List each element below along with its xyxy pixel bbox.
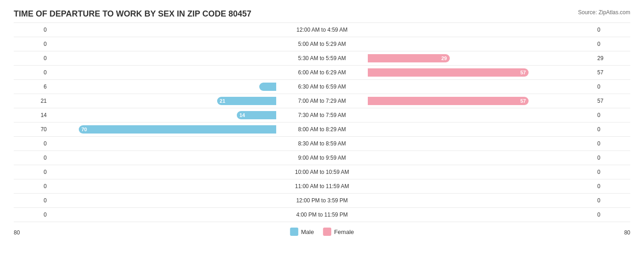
- female-value: 0: [594, 140, 630, 147]
- female-value: 29: [594, 55, 630, 61]
- female-bar-area: 29: [368, 54, 594, 62]
- axis-right-max: 80: [624, 229, 630, 236]
- chart-row: 010:00 AM to 10:59 AM0: [14, 165, 630, 179]
- male-bar-area: [50, 182, 276, 190]
- legend-male-color: [290, 228, 298, 236]
- chart-row: 012:00 AM to 4:59 AM0: [14, 22, 630, 37]
- female-bar: 57: [368, 68, 529, 77]
- male-bar-label: 70: [82, 127, 87, 132]
- legend-male: Male: [290, 228, 314, 236]
- time-range-label: 10:00 AM to 10:59 AM: [276, 169, 368, 175]
- male-value: 14: [14, 112, 50, 118]
- chart-row: 011:00 AM to 11:59 AM0: [14, 179, 630, 194]
- chart-container: TIME OF DEPARTURE TO WORK BY SEX IN ZIP …: [0, 0, 644, 273]
- male-bar-area: [50, 168, 276, 176]
- male-bar-area: [50, 139, 276, 148]
- male-value: 6: [14, 84, 50, 90]
- female-value: 0: [594, 155, 630, 161]
- male-bar: 21: [217, 97, 276, 105]
- male-value: 0: [14, 197, 50, 204]
- female-bar-label: 57: [520, 70, 526, 75]
- male-bar-label: 21: [220, 98, 225, 104]
- female-value: 57: [594, 69, 630, 76]
- female-value: 0: [594, 212, 630, 218]
- female-bar-area: [368, 168, 594, 176]
- male-bar-area: 70: [50, 125, 276, 134]
- female-value: 0: [594, 112, 630, 118]
- female-bar-area: [368, 83, 594, 91]
- chart-row: 08:30 AM to 8:59 AM0: [14, 137, 630, 151]
- female-bar-area: 57: [368, 97, 594, 105]
- female-bar-area: [368, 40, 594, 48]
- female-value: 0: [594, 41, 630, 47]
- female-bar-area: [368, 125, 594, 134]
- axis-left-max: 80: [14, 229, 20, 236]
- female-value: 0: [594, 126, 630, 133]
- legend-female-color: [323, 228, 331, 236]
- male-value: 21: [14, 98, 50, 104]
- male-value: 0: [14, 155, 50, 161]
- male-bar: 14: [237, 111, 276, 119]
- legend-male-label: Male: [301, 228, 314, 235]
- male-bar-area: [50, 154, 276, 162]
- male-value: 0: [14, 183, 50, 189]
- time-range-label: 12:00 PM to 3:59 PM: [276, 197, 368, 204]
- male-value: 0: [14, 27, 50, 33]
- time-range-label: 12:00 AM to 4:59 AM: [276, 27, 368, 33]
- female-bar-area: [368, 196, 594, 205]
- male-value: 0: [14, 69, 50, 76]
- male-value: 70: [14, 126, 50, 133]
- chart-row: 66:30 AM to 6:59 AM0: [14, 80, 630, 94]
- chart-title: TIME OF DEPARTURE TO WORK BY SEX IN ZIP …: [14, 9, 630, 19]
- male-value: 0: [14, 169, 50, 175]
- male-bar-label: 14: [240, 112, 245, 118]
- legend-female-label: Female: [334, 228, 354, 235]
- male-value: 0: [14, 140, 50, 147]
- time-range-label: 8:30 AM to 8:59 AM: [276, 140, 368, 147]
- time-range-label: 9:00 AM to 9:59 AM: [276, 155, 368, 161]
- male-bar-area: 14: [50, 111, 276, 119]
- female-bar-area: [368, 26, 594, 34]
- male-bar: [259, 83, 276, 91]
- time-range-label: 7:30 AM to 7:59 AM: [276, 112, 368, 118]
- female-bar-label: 57: [520, 98, 526, 104]
- female-value: 57: [594, 98, 630, 104]
- time-range-label: 4:00 PM to 11:59 PM: [276, 212, 368, 218]
- female-bar-area: 57: [368, 68, 594, 77]
- female-bar-area: [368, 139, 594, 148]
- female-bar-area: [368, 211, 594, 219]
- male-value: 0: [14, 41, 50, 47]
- female-bar-area: [368, 111, 594, 119]
- male-bar-area: [50, 54, 276, 62]
- male-value: 0: [14, 55, 50, 61]
- male-bar-area: [50, 40, 276, 48]
- time-range-label: 5:00 AM to 5:29 AM: [276, 41, 368, 47]
- chart-row: 09:00 AM to 9:59 AM0: [14, 151, 630, 165]
- chart-row: 70708:00 AM to 8:29 AM0: [14, 123, 630, 137]
- female-value: 0: [594, 197, 630, 204]
- time-range-label: 7:00 AM to 7:29 AM: [276, 98, 368, 104]
- legend-female: Female: [323, 228, 354, 236]
- chart-row: 21217:00 AM to 7:29 AM5757: [14, 94, 630, 108]
- female-bar: 57: [368, 97, 529, 105]
- legend: Male Female: [290, 228, 354, 236]
- time-range-label: 6:00 AM to 6:29 AM: [276, 69, 368, 76]
- time-range-label: 11:00 AM to 11:59 AM: [276, 183, 368, 189]
- male-bar-area: [50, 211, 276, 219]
- male-bar: 70: [79, 125, 276, 134]
- chart-row: 06:00 AM to 6:29 AM5757: [14, 66, 630, 80]
- chart-row: 05:00 AM to 5:29 AM0: [14, 37, 630, 51]
- male-bar-area: [50, 26, 276, 34]
- rows-container: 012:00 AM to 4:59 AM005:00 AM to 5:29 AM…: [14, 22, 630, 222]
- female-bar-area: [368, 182, 594, 190]
- female-value: 0: [594, 27, 630, 33]
- time-range-label: 5:30 AM to 5:59 AM: [276, 55, 368, 61]
- time-range-label: 6:30 AM to 6:59 AM: [276, 84, 368, 90]
- female-value: 0: [594, 183, 630, 189]
- chart-row: 04:00 PM to 11:59 PM0: [14, 208, 630, 222]
- female-bar-area: [368, 154, 594, 162]
- chart-row: 05:30 AM to 5:59 AM2929: [14, 51, 630, 66]
- female-value: 0: [594, 169, 630, 175]
- male-bar-area: [50, 83, 276, 91]
- chart-row: 012:00 PM to 3:59 PM0: [14, 194, 630, 208]
